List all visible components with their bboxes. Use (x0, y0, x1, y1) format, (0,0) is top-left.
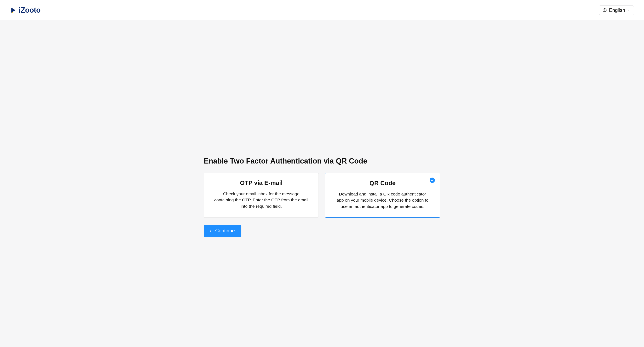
check-circle-icon (430, 178, 435, 183)
chevron-right-icon (208, 229, 213, 233)
globe-icon (602, 8, 607, 12)
chevron-down-icon (627, 8, 630, 12)
option-card-otp-email[interactable]: OTP via E-mail Check your email inbox fo… (204, 173, 319, 218)
language-label: English (609, 7, 625, 13)
app-header: iZooto English (0, 0, 644, 20)
auth-method-options: OTP via E-mail Check your email inbox fo… (204, 173, 440, 218)
brand-logo-text: iZooto (19, 6, 40, 14)
option-card-description: Check your email inbox for the message c… (214, 191, 309, 209)
brand-logo-mark-icon (10, 6, 18, 14)
option-card-qr-code[interactable]: QR Code Download and install a QR code a… (325, 173, 440, 218)
language-selector[interactable]: English (599, 5, 634, 15)
option-card-title: OTP via E-mail (214, 179, 309, 186)
main-content: Enable Two Factor Authentication via QR … (0, 20, 644, 237)
continue-button[interactable]: Continue (204, 225, 241, 237)
option-card-description: Download and install a QR code authentic… (335, 191, 430, 210)
svg-point-0 (12, 12, 13, 13)
option-card-title: QR Code (335, 180, 430, 187)
page-title: Enable Two Factor Authentication via QR … (204, 157, 440, 165)
continue-button-label: Continue (215, 228, 235, 234)
brand-logo[interactable]: iZooto (10, 6, 40, 14)
